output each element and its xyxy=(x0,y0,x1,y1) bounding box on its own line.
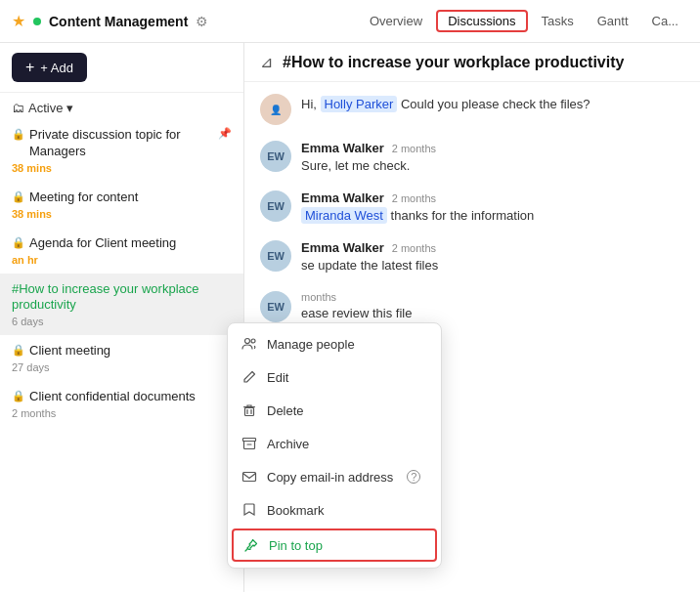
tab-overview[interactable]: Overview xyxy=(360,10,432,32)
avatar: EW xyxy=(260,190,291,222)
delete-icon xyxy=(241,402,257,418)
menu-label: Bookmark xyxy=(267,503,325,518)
message-time: 2 months xyxy=(392,143,436,154)
sidebar-item-client-confidential[interactable]: 🔒 Client confidential documents 2 months xyxy=(0,381,243,427)
top-nav: ★ Content Management ⚙ Overview Discussi… xyxy=(0,0,700,43)
menu-label: Archive xyxy=(267,437,309,451)
item-badge: 38 mins xyxy=(12,208,232,220)
svg-line-8 xyxy=(245,549,247,551)
message-text: Sure, let me check. xyxy=(301,157,684,175)
item-badge: 38 mins xyxy=(12,162,232,174)
mention-miranda: Miranda West xyxy=(301,207,387,224)
sidebar-item-how-to-increase[interactable]: #How to increase your workplace producti… xyxy=(0,274,243,336)
item-time: 27 days xyxy=(12,361,232,373)
sender-name: Emma Walker xyxy=(301,240,384,255)
message-body: months ease review this file xyxy=(301,291,684,322)
menu-item-delete[interactable]: Delete xyxy=(228,394,441,427)
menu-item-copy-email[interactable]: Copy email-in address ? xyxy=(228,460,441,493)
menu-label: Edit xyxy=(267,370,288,385)
svg-rect-7 xyxy=(243,473,256,482)
tab-gantt[interactable]: Gantt xyxy=(588,10,638,32)
message-body: Emma Walker 2 months Sure, let me check. xyxy=(301,141,684,175)
message-item: EW Emma Walker 2 months Sure, let me che… xyxy=(260,141,684,175)
menu-label: Copy email-in address xyxy=(267,470,393,485)
message-meta: Emma Walker 2 months xyxy=(301,141,684,155)
sender-name: Emma Walker xyxy=(301,141,384,155)
context-menu: Manage people Edit Delete Archive Copy e… xyxy=(227,322,442,569)
menu-item-archive[interactable]: Archive xyxy=(228,427,441,460)
item-time: 2 months xyxy=(12,407,232,419)
sidebar-item-meeting-content[interactable]: 🔒 Meeting for content 38 mins xyxy=(0,182,243,228)
item-title: Private discussion topic for Managers xyxy=(29,127,232,160)
gear-icon[interactable]: ⚙ xyxy=(196,14,208,29)
item-title: Client confidential documents xyxy=(29,389,196,405)
add-button[interactable]: + + Add xyxy=(12,53,87,82)
sender-name: Emma Walker xyxy=(301,190,384,205)
manage-people-icon xyxy=(241,336,257,352)
lock-icon: 🔒 xyxy=(12,236,25,249)
edit-icon xyxy=(241,369,257,385)
menu-item-bookmark[interactable]: Bookmark xyxy=(228,493,441,527)
message-meta: Emma Walker 2 months xyxy=(301,190,684,205)
message-text: ease review this file xyxy=(301,305,684,322)
sidebar-item-client-meeting[interactable]: 🔒 Client meeting 27 days xyxy=(0,335,243,381)
sidebar-top: + + Add xyxy=(0,43,243,93)
message-item: 👤 Hi, Holly Parker Could you please chec… xyxy=(260,94,684,125)
message-item: EW Emma Walker 2 months Miranda West tha… xyxy=(260,190,684,225)
pin-icon: 📌 xyxy=(218,127,232,140)
email-icon xyxy=(241,469,257,485)
sidebar-item-private-discussion[interactable]: 🔒 Private discussion topic for Managers … xyxy=(0,119,243,182)
bookmark-icon xyxy=(241,502,257,518)
sidebar-item-agenda[interactable]: 🔒 Agenda for Client meeting an hr xyxy=(0,228,243,274)
message-text: Miranda West thanks for the information xyxy=(301,207,684,225)
tab-tasks[interactable]: Tasks xyxy=(532,10,584,32)
content-title: #How to increase your workplace producti… xyxy=(283,54,624,71)
folder-icon: 🗂 xyxy=(12,101,24,115)
lock-icon: 🔒 xyxy=(12,344,25,357)
item-badge: an hr xyxy=(12,254,232,266)
plus-icon: + xyxy=(25,59,34,76)
message-text: Hi, Holly Parker Could you please check … xyxy=(301,96,684,113)
message-time: months xyxy=(301,291,336,303)
menu-label: Delete xyxy=(267,403,304,418)
item-title: Agenda for Client meeting xyxy=(29,235,176,252)
svg-point-1 xyxy=(251,339,255,343)
menu-item-pin-to-top[interactable]: Pin to top xyxy=(232,529,437,562)
item-title: Meeting for content xyxy=(29,190,138,206)
item-title: Client meeting xyxy=(29,343,110,359)
lock-icon: 🔒 xyxy=(12,390,25,402)
avatar: EW xyxy=(260,141,291,172)
menu-item-manage-people[interactable]: Manage people xyxy=(228,327,441,360)
message-body: Hi, Holly Parker Could you please check … xyxy=(301,94,684,113)
status-dot xyxy=(33,18,41,25)
filter-icon[interactable]: ⊿ xyxy=(260,53,273,71)
help-icon: ? xyxy=(407,470,420,484)
star-icon: ★ xyxy=(12,12,25,30)
message-item: EW Emma Walker 2 months se update the la… xyxy=(260,240,684,275)
nav-tabs: Overview Discussions Tasks Gantt Ca... xyxy=(360,10,688,32)
message-meta: Emma Walker 2 months xyxy=(301,240,684,255)
tab-ca[interactable]: Ca... xyxy=(642,10,688,32)
lock-icon: 🔒 xyxy=(12,190,25,203)
archive-icon xyxy=(241,436,257,451)
message-body: Emma Walker 2 months Miranda West thanks… xyxy=(301,190,684,225)
sidebar-section-header[interactable]: 🗂 Active ▾ xyxy=(0,93,243,119)
pin-icon xyxy=(243,537,259,553)
message-item: EW months ease review this file xyxy=(260,291,684,322)
sidebar-list: 🔒 Private discussion topic for Managers … xyxy=(0,119,243,592)
avatar: 👤 xyxy=(260,94,291,125)
message-body: Emma Walker 2 months se update the lates… xyxy=(301,240,684,275)
menu-label: Manage people xyxy=(267,337,355,352)
message-text: se update the latest files xyxy=(301,257,684,275)
menu-item-edit[interactable]: Edit xyxy=(228,360,441,394)
item-title: #How to increase your workplace producti… xyxy=(12,281,232,315)
mention-holly: Holly Parker xyxy=(321,96,398,112)
message-time: 2 months xyxy=(392,242,436,254)
tab-discussions[interactable]: Discussions xyxy=(436,10,527,32)
svg-rect-6 xyxy=(243,439,256,442)
item-time: 6 days xyxy=(12,316,232,327)
svg-rect-3 xyxy=(245,408,254,416)
avatar: EW xyxy=(260,291,291,322)
section-label: Active xyxy=(28,101,63,115)
menu-label: Pin to top xyxy=(269,538,323,553)
